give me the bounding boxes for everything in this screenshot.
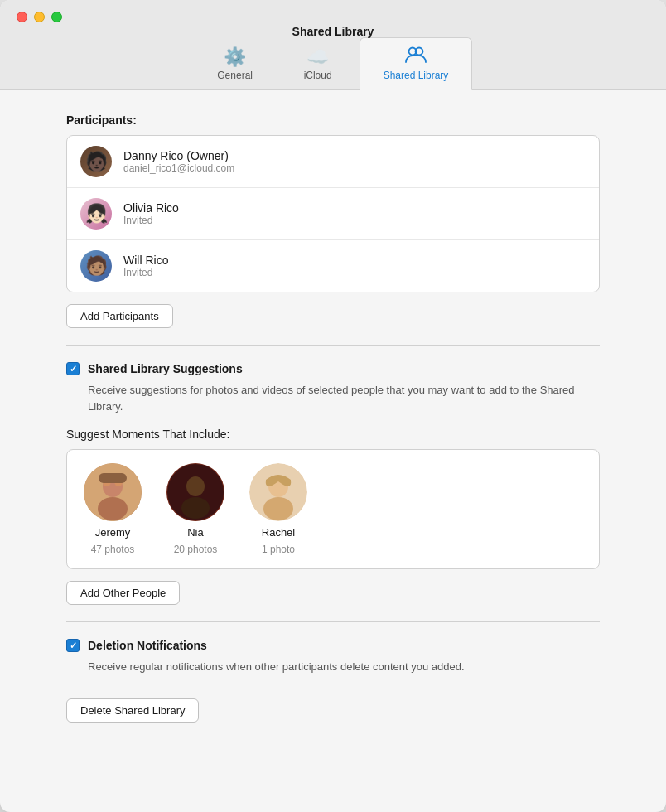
list-item[interactable]: Jeremy 47 photos: [84, 463, 142, 555]
deletion-checkbox[interactable]: [66, 639, 80, 652]
participant-detail: Invited: [123, 267, 168, 278]
suggestions-checkbox[interactable]: [66, 362, 80, 375]
tab-bar: ⚙️ General ☁️ iCloud Shared Library: [194, 37, 473, 89]
avatar: [249, 463, 307, 521]
table-row: 👧🏻 Olivia Rico Invited: [67, 188, 599, 240]
participant-name: Olivia Rico: [123, 201, 179, 215]
tab-icloud[interactable]: ☁️ iCloud: [277, 41, 360, 89]
deletion-label: Deletion Notifications: [88, 639, 207, 652]
avatar: [166, 463, 224, 521]
main-content: Participants: 🧑🏿 Danny Rico (Owner) dani…: [0, 90, 666, 812]
add-participants-button[interactable]: Add Participants: [66, 304, 173, 328]
avatar: 🧑🏽: [80, 250, 112, 282]
svg-rect-7: [99, 473, 127, 483]
participant-info: Danny Rico (Owner) daniel_rico1@icloud.c…: [123, 149, 234, 174]
window-title: Shared Library: [292, 25, 374, 38]
moment-name: Rachel: [262, 526, 295, 539]
moment-count: 20 photos: [174, 544, 218, 555]
divider-1: [66, 345, 600, 346]
close-button[interactable]: [17, 12, 27, 22]
svg-point-15: [263, 497, 293, 520]
avatar: 🧑🏿: [80, 146, 112, 177]
delete-shared-library-button[interactable]: Delete Shared Library: [66, 698, 199, 723]
list-item[interactable]: Nia 20 photos: [166, 463, 224, 555]
suggestions-description: Receive suggestions for photos and video…: [88, 382, 600, 414]
participant-info: Olivia Rico Invited: [123, 201, 179, 226]
deletion-checkbox-row: Deletion Notifications: [66, 639, 600, 652]
participant-name: Danny Rico (Owner): [123, 149, 234, 162]
tab-general-label: General: [217, 70, 253, 81]
minimize-button[interactable]: [34, 12, 45, 22]
participant-info: Will Rico Invited: [123, 254, 168, 278]
table-row: 🧑🏽 Will Rico Invited: [67, 240, 599, 292]
cloud-icon: ☁️: [306, 48, 329, 66]
participants-label: Participants:: [66, 114, 600, 127]
tab-icloud-label: iCloud: [304, 70, 332, 81]
add-other-people-button[interactable]: Add Other People: [66, 581, 180, 605]
svg-point-11: [186, 476, 205, 496]
tab-shared-library-label: Shared Library: [384, 70, 449, 81]
moment-name: Nia: [187, 526, 204, 539]
avatar: [84, 463, 142, 521]
shared-library-icon: [404, 45, 427, 66]
suggest-moments-label: Suggest Moments That Include:: [66, 428, 600, 441]
svg-point-4: [98, 497, 128, 520]
app-window: Shared Library ⚙️ General ☁️ iCloud: [0, 0, 666, 812]
traffic-lights: [17, 12, 62, 22]
svg-point-12: [181, 497, 210, 519]
title-bar: Shared Library ⚙️ General ☁️ iCloud: [0, 0, 666, 90]
suggestions-label: Shared Library Suggestions: [88, 362, 243, 375]
moment-count: 47 photos: [91, 544, 135, 555]
moments-list: Jeremy 47 photos Nia 20 photos: [66, 449, 600, 569]
avatar: 👧🏻: [80, 198, 112, 230]
participant-detail: Invited: [123, 215, 179, 226]
participants-list: 🧑🏿 Danny Rico (Owner) daniel_rico1@iclou…: [66, 135, 600, 292]
deletion-description: Receive regular notifications when other…: [88, 659, 600, 675]
suggestions-checkbox-row: Shared Library Suggestions: [66, 362, 600, 375]
divider-2: [66, 621, 600, 622]
list-item[interactable]: Rachel 1 photo: [249, 463, 307, 555]
tab-general[interactable]: ⚙️ General: [194, 41, 277, 89]
moment-count: 1 photo: [262, 544, 295, 555]
moment-name: Jeremy: [95, 526, 131, 539]
maximize-button[interactable]: [51, 12, 62, 22]
participant-detail: daniel_rico1@icloud.com: [123, 162, 234, 174]
gear-icon: ⚙️: [224, 48, 246, 66]
participant-name: Will Rico: [123, 254, 168, 267]
table-row: 🧑🏿 Danny Rico (Owner) daniel_rico1@iclou…: [67, 136, 599, 188]
tab-shared-library[interactable]: Shared Library: [360, 37, 473, 90]
